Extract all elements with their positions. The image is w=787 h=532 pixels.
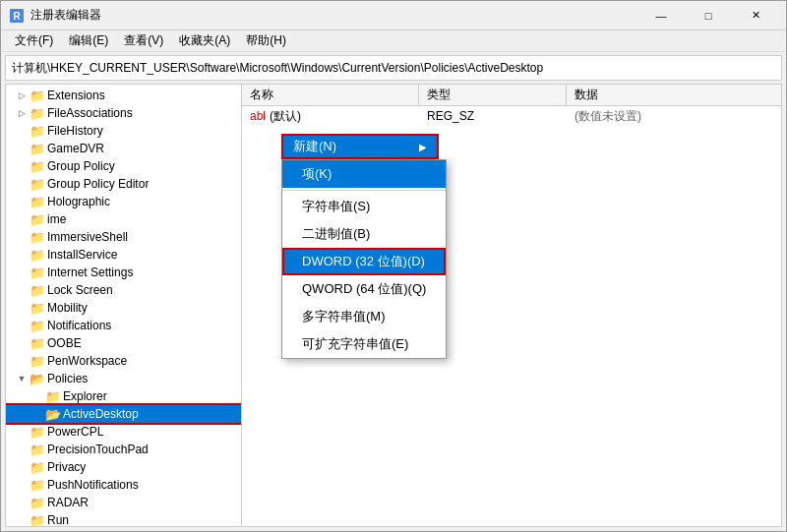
folder-icon: 📁 xyxy=(45,387,61,405)
tree-label-notifications: Notifications xyxy=(45,319,111,332)
registry-tree[interactable]: ▷ 📁 Extensions ▷ 📁 FileAssociations 📁 Fi… xyxy=(6,85,242,526)
tree-label-grouppolicyeditor: Group Policy Editor xyxy=(45,177,149,191)
tree-item-extensions[interactable]: ▷ 📁 Extensions xyxy=(6,87,241,104)
expander-mobility xyxy=(14,299,30,317)
tree-item-gamedvr[interactable]: 📁 GameDVR xyxy=(6,140,241,157)
tree-label-fileassociations: FileAssociations xyxy=(45,106,133,120)
expander-extensions[interactable]: ▷ xyxy=(14,87,30,104)
tree-label-privacy: Privacy xyxy=(45,460,86,474)
menubar: 文件(F) 编辑(E) 查看(V) 收藏夹(A) 帮助(H) xyxy=(1,30,786,52)
submenu-item-key[interactable]: 项(K) xyxy=(282,160,446,188)
expander-fileassociations[interactable]: ▷ xyxy=(14,104,30,122)
entry-data-cell: (数值未设置) xyxy=(567,108,781,125)
entry-name-cell: abl (默认) xyxy=(242,108,419,125)
folder-icon: 📁 xyxy=(30,140,45,157)
folder-icon: 📁 xyxy=(30,157,45,175)
tree-label-filehistory: FileHistory xyxy=(45,124,103,138)
tree-item-grouppolicyeditor[interactable]: 📁 Group Policy Editor xyxy=(6,175,241,193)
folder-icon: 📁 xyxy=(30,317,45,334)
new-submenu-first: 项(K) 字符串值(S) 二进制值(B) DWORD (32 位值)(D) QW… xyxy=(281,159,447,359)
tree-label-grouppolicy: Group Policy xyxy=(45,159,115,173)
submenu-string-label: 字符串值(S) xyxy=(302,198,370,215)
tree-label-explorer: Explorer xyxy=(61,389,107,403)
tree-item-oobe[interactable]: 📁 OOBE xyxy=(6,334,241,352)
entry-name: (默认) xyxy=(270,108,301,125)
expander-ime xyxy=(14,210,30,228)
tree-item-fileassociations[interactable]: ▷ 📁 FileAssociations xyxy=(6,104,241,122)
tree-item-ime[interactable]: 📁 ime xyxy=(6,210,241,228)
tree-item-activedesktop[interactable]: 📂 ActiveDesktop xyxy=(6,405,241,423)
tree-item-mobility[interactable]: 📁 Mobility xyxy=(6,299,241,317)
column-name: 名称 xyxy=(242,85,419,105)
tree-label-oobe: OOBE xyxy=(45,336,82,350)
tree-item-filehistory[interactable]: 📁 FileHistory xyxy=(6,122,241,140)
tree-item-grouppolicy[interactable]: 📁 Group Policy xyxy=(6,157,241,175)
minimize-button[interactable]: — xyxy=(638,1,684,30)
tree-item-powercpl[interactable]: 📁 PowerCPL xyxy=(6,423,241,441)
expander-grouppolicyeditor xyxy=(14,175,30,193)
folder-icon: 📁 xyxy=(30,228,45,246)
tree-label-installservice: InstallService xyxy=(45,248,117,262)
close-button[interactable]: ✕ xyxy=(733,1,778,30)
submenu-item-expandstring[interactable]: 可扩充字符串值(E) xyxy=(282,330,446,358)
menu-file[interactable]: 文件(F) xyxy=(7,30,61,51)
submenu-item-string[interactable]: 字符串值(S) xyxy=(282,193,446,220)
tree-item-installservice[interactable]: 📁 InstallService xyxy=(6,246,241,264)
tree-item-precisiontouchpad[interactable]: 📁 PrecisionTouchPad xyxy=(6,441,241,458)
submenu-item-multistring[interactable]: 多字符串值(M) xyxy=(282,303,446,330)
tree-item-policies[interactable]: ▼ 📂 Policies xyxy=(6,370,241,387)
tree-item-run[interactable]: 📁 Run xyxy=(6,511,241,526)
submenu-divider xyxy=(282,190,446,191)
tree-item-radar[interactable]: 📁 RADAR xyxy=(6,494,241,511)
tree-label-precisiontouchpad: PrecisionTouchPad xyxy=(45,443,149,456)
folder-open-icon: 📂 xyxy=(30,370,45,387)
submenu-key-label: 项(K) xyxy=(302,165,332,183)
tree-label-lockscreen: Lock Screen xyxy=(45,283,113,297)
submenu-arrow-icon: ▶ xyxy=(419,142,427,152)
new-menu-button[interactable]: 新建(N) ▶ xyxy=(281,134,439,159)
breadcrumb[interactable]: 计算机\HKEY_CURRENT_USER\Software\Microsoft… xyxy=(5,55,782,81)
folder-icon: 📁 xyxy=(30,511,45,526)
folder-open-icon: 📂 xyxy=(45,405,61,423)
expander-filehistory xyxy=(14,122,30,140)
registry-entry-row[interactable]: abl (默认) REG_SZ (数值未设置) xyxy=(242,106,781,126)
expander-internetsettings xyxy=(14,264,30,281)
expander-immersiveshell xyxy=(14,228,30,246)
breadcrumb-path: 计算机\HKEY_CURRENT_USER\Software\Microsoft… xyxy=(12,60,543,77)
tree-item-pushnotifications[interactable]: 📁 PushNotifications xyxy=(6,476,241,494)
expander-precisiontouchpad xyxy=(14,441,30,458)
tree-item-privacy[interactable]: 📁 Privacy xyxy=(6,458,241,476)
tree-item-explorer[interactable]: 📁 Explorer xyxy=(6,387,241,405)
column-header: 名称 类型 数据 xyxy=(242,85,781,106)
tree-item-notifications[interactable]: 📁 Notifications xyxy=(6,317,241,334)
folder-icon: 📁 xyxy=(30,175,45,193)
tree-item-internetsettings[interactable]: 📁 Internet Settings xyxy=(6,264,241,281)
maximize-button[interactable]: □ xyxy=(686,1,731,30)
expander-oobe xyxy=(14,334,30,352)
column-data: 数据 xyxy=(567,85,781,105)
menu-favorites[interactable]: 收藏夹(A) xyxy=(171,30,238,51)
submenu-item-qword[interactable]: QWORD (64 位值)(Q) xyxy=(282,275,446,303)
tree-item-holographic[interactable]: 📁 Holographic xyxy=(6,193,241,210)
expander-privacy xyxy=(14,458,30,476)
expander-holographic xyxy=(14,193,30,210)
registry-values-pane: 名称 类型 数据 abl (默认) REG_SZ (数值未设置) 新建(N) ▶ xyxy=(242,85,781,526)
menu-help[interactable]: 帮助(H) xyxy=(238,30,294,51)
expander-grouppolicy xyxy=(14,157,30,175)
tree-item-penworkspace[interactable]: 📁 PenWorkspace xyxy=(6,352,241,370)
folder-icon: 📁 xyxy=(30,104,45,122)
menu-view[interactable]: 查看(V) xyxy=(116,30,171,51)
menu-edit[interactable]: 编辑(E) xyxy=(61,30,116,51)
tree-item-immersiveshell[interactable]: 📁 ImmersiveShell xyxy=(6,228,241,246)
submenu-item-binary[interactable]: 二进制值(B) xyxy=(282,220,446,248)
tree-item-lockscreen[interactable]: 📁 Lock Screen xyxy=(6,281,241,299)
folder-icon: 📁 xyxy=(30,87,45,104)
app-icon: R xyxy=(9,8,25,24)
titlebar: R 注册表编辑器 — □ ✕ xyxy=(1,1,786,30)
expander-penworkspace xyxy=(14,352,30,370)
expander-policies[interactable]: ▼ xyxy=(14,370,30,387)
tree-label-extensions: Extensions xyxy=(45,89,105,102)
tree-label-immersiveshell: ImmersiveShell xyxy=(45,230,128,244)
submenu-multistring-label: 多字符串值(M) xyxy=(302,308,386,325)
submenu-item-dword[interactable]: DWORD (32 位值)(D) xyxy=(282,248,446,275)
